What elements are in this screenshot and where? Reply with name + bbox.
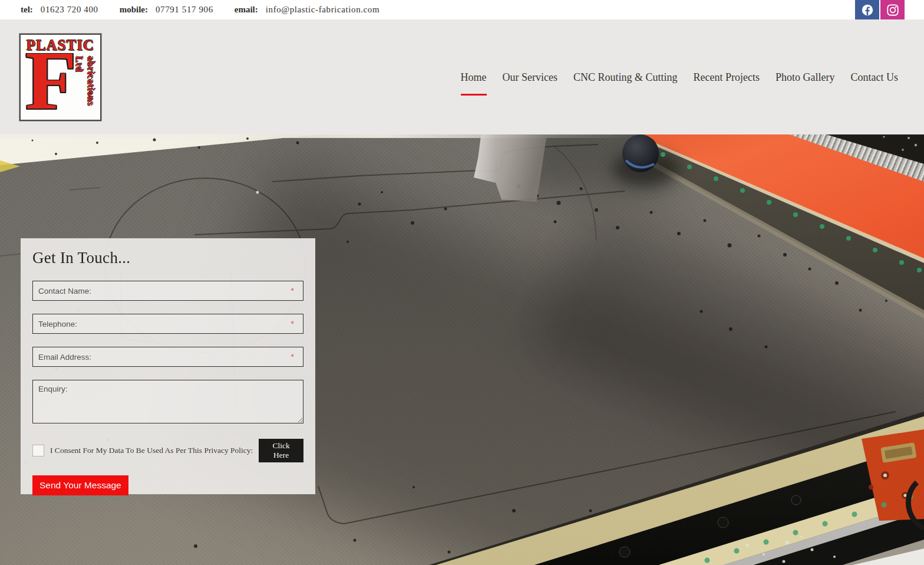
consent-checkbox[interactable]	[32, 445, 44, 456]
instagram-glyph	[886, 4, 899, 17]
consent-label: I Consent For My Data To Be Used As Per …	[50, 446, 253, 455]
mobile-label: mobile:	[120, 5, 148, 15]
email-label: email:	[235, 5, 258, 15]
required-marker: *	[291, 318, 294, 329]
form-title: Get In Touch...	[32, 249, 303, 267]
required-marker: *	[291, 285, 294, 295]
tel-value: 01623 720 400	[41, 5, 98, 15]
consent-row: I Consent For My Data To Be Used As Per …	[32, 439, 303, 462]
nav-item-contact-us[interactable]: Contact Us	[851, 71, 899, 96]
contact-name-field: *	[32, 281, 303, 301]
telephone-field: *	[32, 314, 303, 334]
company-logo[interactable]: PLASTIC F abrications Ltd	[19, 34, 101, 121]
logo-word-fabrications: abrications Ltd	[73, 56, 97, 120]
page: tel: 01623 720 400 mobile: 07791 517 906…	[0, 0, 924, 565]
send-message-button[interactable]: Send Your Message	[32, 475, 128, 495]
facebook-glyph	[861, 4, 874, 17]
hero-photo: Get In Touch... * * * I Consent For My D…	[0, 134, 924, 565]
contact-info: tel: 01623 720 400 mobile: 07791 517 906…	[21, 5, 380, 15]
enquiry-textarea[interactable]	[32, 380, 303, 423]
nav-item-cnc-routing[interactable]: CNC Routing & Cutting	[573, 71, 678, 96]
main-nav: Home Our Services CNC Routing & Cutting …	[461, 71, 898, 96]
nav-item-home[interactable]: Home	[461, 71, 487, 96]
social-links	[855, 0, 905, 20]
nav-item-photo-gallery[interactable]: Photo Gallery	[776, 71, 835, 96]
contact-form-panel: Get In Touch... * * * I Consent For My D…	[21, 238, 315, 494]
instagram-icon[interactable]	[880, 0, 905, 20]
tel-label: tel:	[21, 5, 33, 15]
enquiry-field	[32, 380, 303, 426]
mobile-group: mobile: 07791 517 906	[120, 5, 213, 15]
email-group: email: info@plastic-fabrication.com	[235, 5, 380, 15]
email-address-field: *	[32, 347, 303, 367]
privacy-policy-button[interactable]: Click Here	[259, 439, 303, 462]
site-header: PLASTIC F abrications Ltd Home Our Servi…	[0, 19, 924, 134]
facebook-icon[interactable]	[855, 0, 879, 20]
logo-letter-f: F	[25, 38, 77, 121]
logo-body: F abrications Ltd	[24, 54, 97, 120]
telephone-input[interactable]	[32, 314, 303, 334]
mobile-value: 07791 517 906	[156, 5, 213, 15]
required-marker: *	[291, 352, 294, 362]
gantry-wheel	[622, 134, 659, 172]
top-contact-bar: tel: 01623 720 400 mobile: 07791 517 906…	[0, 0, 924, 19]
email-address-input[interactable]	[32, 347, 303, 367]
contact-name-input[interactable]	[32, 281, 303, 301]
nav-item-our-services[interactable]: Our Services	[503, 71, 557, 96]
nav-item-recent-projects[interactable]: Recent Projects	[694, 71, 760, 96]
telephone-group: tel: 01623 720 400	[21, 5, 98, 15]
email-value: info@plastic-fabrication.com	[266, 5, 380, 15]
